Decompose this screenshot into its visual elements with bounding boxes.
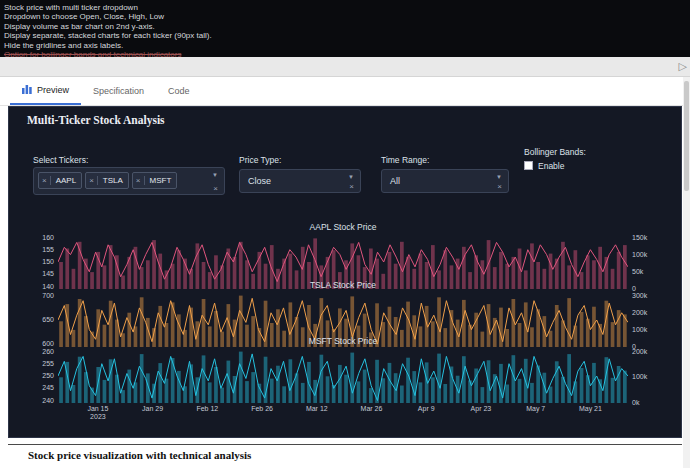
preview-panel: Multi-Ticker Stock Analysis Select Ticke… — [8, 106, 682, 438]
y-axis-tick: 155 — [32, 246, 54, 254]
spec-line: Stock price with multi ticker dropdown — [4, 3, 690, 12]
run-button[interactable]: ▷ — [679, 59, 687, 73]
scrollbar-thumb[interactable] — [684, 81, 689, 191]
x-axis-tick: Feb 26 — [251, 405, 273, 413]
y-axis-tick: 260 — [32, 348, 54, 356]
y2-axis-tick: 100k — [632, 326, 647, 334]
app-window: Stock price with multi ticker dropdownDr… — [0, 0, 690, 468]
x-axis-tick: May 21 — [579, 405, 602, 413]
y-axis-tick: 150 — [32, 258, 54, 266]
y-axis-tick: 245 — [32, 384, 54, 392]
tab-specification[interactable]: Specification — [81, 77, 156, 105]
tab-code[interactable]: Code — [156, 77, 202, 105]
spec-line: Display volume as bar chart on 2nd y-axi… — [4, 22, 690, 31]
spec-editor[interactable]: Stock price with multi ticker dropdownDr… — [0, 0, 690, 57]
spec-line: Hide the gridlines and axis labels. — [4, 41, 690, 50]
y-axis-tick: 250 — [32, 372, 54, 380]
x-axis-tick: Apr 9 — [418, 405, 435, 413]
y-axis-tick: 650 — [32, 316, 54, 324]
y2-axis-tick: 200k — [632, 309, 647, 317]
y-axis-tick: 240 — [32, 397, 54, 405]
y2-axis-tick: 100k — [632, 251, 647, 259]
spec-line-struck: Option for bollinger bands and technical… — [4, 50, 690, 57]
msft-chart[interactable] — [58, 349, 628, 403]
y2-axis-tick: 50k — [632, 268, 643, 276]
y2-axis-tick: 200k — [632, 348, 647, 356]
spec-line: Display separate, stacked charts for eac… — [4, 31, 690, 40]
tab-label: Specification — [93, 86, 144, 96]
x-axis-tick: Mar 26 — [361, 405, 383, 413]
y2-axis-tick: 150k — [632, 234, 647, 242]
scrollbar-track[interactable] — [683, 77, 690, 468]
tsla-chart-title: TSLA Stock Price — [58, 280, 628, 290]
tabbar: Preview Specification Code — [0, 77, 684, 106]
tab-label: Code — [168, 86, 190, 96]
x-axis-tick: May 7 — [526, 405, 545, 413]
x-axis-tick: Mar 12 — [306, 405, 328, 413]
x-axis-tick: Feb 12 — [196, 405, 218, 413]
y-axis-tick: 160 — [32, 234, 54, 242]
y-axis-tick: 255 — [32, 360, 54, 368]
y2-axis-tick: 300k — [632, 292, 647, 300]
charts-layer: AAPL Stock Price160155150145140150k100k5… — [9, 107, 681, 437]
tab-label: Preview — [37, 85, 69, 95]
y-axis-tick: 145 — [32, 270, 54, 278]
y2-axis-tick: 100k — [632, 373, 647, 381]
run-strip: ▷ — [0, 57, 690, 77]
msft-chart-title: MSFT Stock Price — [58, 336, 628, 346]
bar-chart-icon — [22, 84, 32, 96]
y-axis-tick: 140 — [32, 283, 54, 291]
tab-preview[interactable]: Preview — [10, 77, 81, 105]
aapl-chart-title: AAPL Stock Price — [58, 222, 628, 232]
footer-heading: Stock price visualization with technical… — [28, 449, 251, 461]
x-axis-tick: Jan 29 — [142, 405, 163, 413]
y-axis-tick: 700 — [32, 292, 54, 300]
x-axis-tick: Jan 152023 — [87, 405, 108, 421]
x-axis-tick: Apr 23 — [471, 405, 492, 413]
spec-line: Dropdown to choose Open, Close, High, Lo… — [4, 12, 690, 21]
y2-axis-tick: 0k — [632, 399, 639, 407]
section-divider — [8, 444, 682, 445]
